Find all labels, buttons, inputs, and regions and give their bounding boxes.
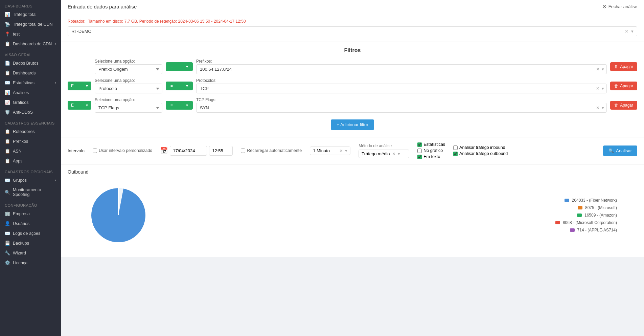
legend-color-3: [555, 221, 560, 224]
filter-type-select-2[interactable]: Protocolo Prefixo Origem TCP Flags: [95, 84, 162, 93]
logic-button-3[interactable]: E ▾: [68, 101, 91, 110]
legend-item-3: 8068 - (Microsoft Corporation): [555, 220, 617, 225]
sidebar-item-prefixos[interactable]: 📋 Prefixos: [0, 136, 61, 146]
sidebar-item-backups[interactable]: 💾 Backups: [0, 238, 61, 248]
filter-type-select-1[interactable]: Prefixo Origem Protocolo TCP Flags: [95, 64, 162, 74]
sidebar-item-monitoramento-spoofing[interactable]: 🔍 Monitoramento Spoofing: [0, 185, 61, 199]
clear-icon[interactable]: ✕: [596, 86, 600, 91]
legend-color-1: [578, 206, 582, 209]
router-clear-icons[interactable]: ✕ ▾: [625, 29, 634, 34]
sidebar-item-grupos[interactable]: ✉️ Grupos ‹: [0, 175, 61, 185]
analyze-button[interactable]: 🔍 Analisar: [603, 145, 637, 156]
pie-chart-svg: [85, 181, 152, 249]
chevron-down-icon[interactable]: ▾: [345, 148, 347, 153]
chevron-icon: ‹: [55, 42, 56, 46]
outbound-checkbox[interactable]: [453, 152, 458, 156]
router-section: Roteador: Tamanho em disco: 7.7 GB, Peri…: [61, 13, 644, 42]
filter-row-2: E ▾ Selecione uma opção: Protocolo Prefi…: [68, 78, 637, 93]
filter-value-input-2[interactable]: [196, 84, 607, 93]
sidebar-item-licenca[interactable]: ⚙️ Licença: [0, 258, 61, 268]
filter-value-icons-3[interactable]: ✕ ▾: [596, 105, 604, 110]
close-icon[interactable]: ✕: [625, 29, 628, 34]
inbound-checkbox[interactable]: [453, 145, 458, 150]
close-icon: ⊗: [602, 3, 607, 9]
filter-row-1: Selecione uma opção: Prefixo Origem Prot…: [68, 59, 637, 74]
filter-value-input-1[interactable]: [196, 64, 607, 74]
clear-icon[interactable]: ✕: [596, 105, 600, 110]
delete-filter-button-2[interactable]: 🗑 Apagar: [610, 82, 637, 90]
sidebar-item-wizard[interactable]: 🔧 Wizard: [0, 248, 61, 258]
clear-icon[interactable]: ✕: [392, 151, 396, 156]
chevron-down-icon[interactable]: ▾: [602, 67, 604, 72]
outbound-check-label[interactable]: Analisar tráfego outbound: [453, 151, 508, 156]
sidebar-item-empresa[interactable]: 🏢 Empresa: [0, 209, 61, 219]
operator-button-2[interactable]: = ▾: [166, 82, 193, 90]
custom-interval-checkbox-label[interactable]: Usar intervalo personalizado: [93, 148, 152, 153]
sidebar-item-dados-brutos[interactable]: 📄 Dados Brutos: [0, 58, 61, 68]
estatisticas-checkbox[interactable]: [417, 142, 422, 147]
legend-item-0: 264033 - (Fiber Network): [565, 198, 617, 203]
sidebar-item-apps[interactable]: 📋 Apps: [0, 156, 61, 166]
legend-item-2: 16509 - (Amazon): [577, 213, 617, 218]
chevron-down-icon[interactable]: ▾: [398, 151, 400, 156]
apps-icon: 📋: [5, 158, 10, 163]
chevron-icon: ‹: [55, 81, 56, 85]
sidebar-item-analises[interactable]: 📊 Análises: [0, 88, 61, 97]
close-analysis-button[interactable]: ⊗ Fechar análise: [602, 3, 637, 9]
sidebar-item-anti-ddos[interactable]: 🛡️ Anti-DDoS: [0, 107, 61, 117]
operator-button-3[interactable]: = ▾: [166, 101, 193, 110]
no-grafico-check-label[interactable]: No gráfico: [417, 148, 445, 153]
estatisticas-check-label[interactable]: Estatísticas: [417, 142, 445, 147]
sidebar-item-graficos[interactable]: 📈 Gráficos: [0, 97, 61, 107]
auto-reload-checkbox[interactable]: [241, 149, 245, 153]
filter-value-icons-2[interactable]: ✕ ▾: [596, 86, 604, 91]
sidebar-item-estatisticas[interactable]: ✉️ Estatísticas ‹: [0, 78, 61, 88]
inbound-check-label[interactable]: Analisar tráfego inbound: [453, 145, 508, 150]
sidebar-item-dashboards[interactable]: 📋 Dashboards: [0, 68, 61, 78]
shield-icon: 🛡️: [5, 110, 10, 115]
sidebar-item-test[interactable]: 📍 test: [0, 29, 61, 39]
sidebar-item-asn[interactable]: 📋 ASN: [0, 146, 61, 156]
delete-filter-button-1[interactable]: 🗑 Apagar: [610, 62, 637, 71]
graph-icon: 📈: [5, 100, 10, 105]
router-select-row[interactable]: RT-DEMO ✕ ▾: [68, 26, 637, 36]
chevron-down-icon[interactable]: ▾: [602, 105, 604, 110]
outbound-title: Outbound: [68, 169, 637, 175]
filter-value-icons-1[interactable]: ✕ ▾: [596, 67, 604, 72]
sidebar-item-trafego-total[interactable]: 📊 Tráfego total: [0, 9, 61, 19]
em-texto-check-label[interactable]: Em texto: [417, 154, 445, 159]
date-input[interactable]: [170, 146, 207, 156]
equals-icon: =: [170, 64, 173, 69]
delete-filter-button-3[interactable]: 🗑 Apagar: [610, 101, 637, 110]
no-grafico-checkbox[interactable]: [417, 149, 422, 153]
chevron-down-icon[interactable]: ▾: [631, 29, 634, 34]
em-texto-checkbox[interactable]: [417, 155, 422, 159]
sidebar-item-usuarios[interactable]: 👤 Usuários: [0, 219, 61, 228]
chevron-down-icon[interactable]: ▾: [602, 86, 604, 91]
custom-interval-checkbox[interactable]: [93, 149, 97, 153]
sidebar-item-roteadores[interactable]: 📋 Roteadores: [0, 127, 61, 136]
sidebar-item-trafego-cdn[interactable]: 📡 Tráfego total de CDN: [0, 19, 61, 29]
trash-icon: 🗑: [614, 103, 618, 108]
filter-type-select-3[interactable]: TCP Flags Prefixo Origem Protocolo: [95, 103, 162, 113]
chart-area: 264033 - (Fiber Network) 8075 - (Microso…: [68, 178, 637, 252]
sidebar-section-visao-geral: Visão geral: [0, 49, 61, 58]
time-input[interactable]: [209, 146, 233, 156]
grid-icon: 📋: [5, 70, 10, 75]
add-filter-button[interactable]: + Adicionar filtro: [331, 119, 374, 130]
filter-value-wrapper-3: ✕ ▾: [196, 103, 607, 113]
sidebar-item-logs-acoes[interactable]: ✉️ Logs de ações: [0, 228, 61, 238]
auto-reload-label[interactable]: Recarregar automaticamente: [241, 148, 302, 153]
clear-icon[interactable]: ✕: [596, 67, 600, 72]
interval-select[interactable]: 1 Minuto ✕ ▾: [310, 147, 350, 155]
method-select[interactable]: Tráfego médio ✕ ▾: [359, 150, 409, 158]
outbound-section: Outbound 264033 - (Fiber Netwo: [61, 164, 644, 257]
filter-value-input-3[interactable]: [196, 103, 607, 113]
logic-button-2[interactable]: E ▾: [68, 82, 91, 90]
sidebar-item-dashboards-cdn[interactable]: 📋 Dashboards de CDN ‹: [0, 39, 61, 49]
operator-button-1[interactable]: = ▾: [166, 62, 193, 71]
top-bar: Entrada de dados para análise ⊗ Fechar a…: [61, 0, 644, 13]
clear-icon[interactable]: ✕: [339, 148, 343, 153]
equals-icon: =: [170, 84, 173, 88]
filter-value-wrapper-2: ✕ ▾: [196, 84, 607, 93]
